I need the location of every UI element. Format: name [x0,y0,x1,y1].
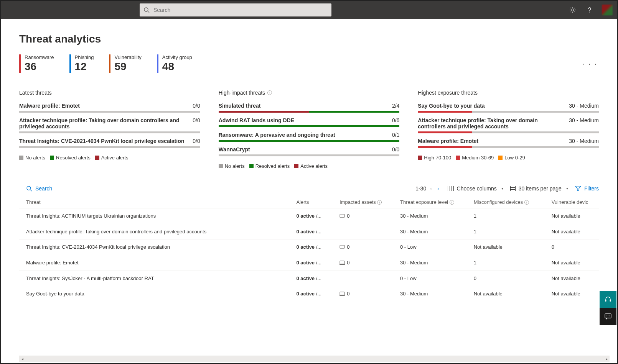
chat-button[interactable] [600,308,616,325]
info-icon[interactable]: i [267,90,272,95]
cell-assets: 0 [335,255,396,271]
panel-high-impact-threats: High-impact threats i Simulated threat2/… [219,84,400,169]
panel-title-exposure: Highest exposure threats [418,90,599,96]
progress-bar [219,125,400,127]
kpi-value: 12 [75,60,94,73]
kpi-activity-group[interactable]: Activity group48 [157,54,192,73]
threat-name: Attacker technique profile: Taking over … [418,117,563,130]
threat-row[interactable]: Say Goot-bye to your data30 - Medium [418,103,599,113]
threat-row[interactable]: Malware profile: Emotet30 - Medium [418,138,599,148]
legend-label: No alerts [25,155,45,161]
scroll-left-button[interactable]: ◂ [19,356,25,362]
legend-item: Medium 30-69 [456,155,494,161]
threat-row[interactable]: Attacker technique profile: Taking over … [418,117,599,133]
panel-latest-threats: Latest threats Malware profile: Emotet0/… [19,84,200,169]
info-icon[interactable]: i [377,200,382,205]
cell-exposure: 30 - Medium [396,208,469,224]
legend-item: Low 0-29 [498,155,525,161]
cell-assets: 0 [335,239,396,255]
legend-swatch [456,156,460,160]
threat-row[interactable]: Attacker technique profile: Taking over … [19,117,200,133]
pager-prev-button[interactable]: ‹ [428,185,433,192]
headset-icon [604,296,612,303]
column-header[interactable]: Vulnerable devic [547,196,599,208]
table-row[interactable]: Threat Insights: SysJoker - A multi-plat… [19,271,599,286]
cell-misconfigured: Not available [469,239,547,255]
threat-row[interactable]: Ransomware: A pervasive and ongoing thre… [219,132,400,142]
info-icon[interactable]: i [450,200,454,205]
table-row[interactable]: Say Goot-bye to your data 0 active /... … [19,286,599,300]
table-row[interactable]: Threat Insights: ACTINIUM targets Ukrain… [19,208,599,224]
info-icon[interactable]: i [524,200,529,205]
device-icon [339,261,345,265]
threat-name: Attacker technique profile: Taking over … [19,117,186,130]
chevron-down-icon: ▾ [501,186,503,190]
choose-columns-button[interactable]: Choose columns ▾ [448,185,503,192]
column-header[interactable]: Misconfigured devices i [469,196,547,208]
column-header[interactable]: Alerts [292,196,335,208]
kpi-ransomware[interactable]: Ransomware36 [19,54,54,73]
threat-name: WannaCrypt [219,146,386,152]
legend-item: Resolved alerts [50,155,91,161]
svg-rect-18 [340,292,344,295]
help-button[interactable] [585,5,594,15]
progress-bar [19,146,200,148]
filters-button[interactable]: Filters [575,185,599,192]
scroll-right-button[interactable]: ▸ [603,356,610,362]
progress-bar [418,131,599,133]
legend-item: High 70-100 [418,155,451,161]
svg-point-4 [27,186,31,190]
kpi-label: Activity group [162,54,192,60]
threats-table: ThreatAlertsImpacted assets iThreat expo… [19,196,599,208]
table-row[interactable]: Attacker technique profile: Taking over … [19,224,599,239]
settings-button[interactable] [568,5,577,15]
items-per-page-button[interactable]: 30 items per page ▾ [510,185,568,192]
cell-alerts: 0 active /... [292,286,335,300]
threat-row[interactable]: Adwind RAT lands using DDE0/6 [219,117,400,127]
cell-alerts: 0 active /... [292,255,335,271]
cell-exposure: 30 - Medium [396,224,469,239]
horizontal-scrollbar[interactable]: ◂ ▸ [19,356,610,362]
threat-value: 0/0 [193,138,200,144]
legend-item: No alerts [219,163,245,169]
feedback-button[interactable] [600,291,616,308]
progress-bar [219,140,400,142]
svg-rect-14 [340,245,344,248]
kpi-value: 36 [25,60,54,73]
global-search-input[interactable] [153,7,328,13]
user-avatar[interactable] [602,5,613,15]
legend-label: Active alerts [300,163,328,169]
legend-swatch [50,156,54,160]
kpi-phishing[interactable]: Phishing12 [69,54,94,73]
threat-row[interactable]: WannaCrypt0/0 [219,146,400,156]
device-icon [339,292,345,296]
threat-row[interactable]: Malware profile: Emotet0/0 [19,103,200,113]
panel-title-latest: Latest threats [19,90,200,96]
cell-exposure: 0 - Low [396,271,469,286]
legend-item: Active alerts [95,155,129,161]
progress-bar [19,111,200,113]
assets-count: 0 [347,291,349,297]
table-search-button[interactable]: Search [26,185,52,192]
global-search[interactable] [140,3,331,16]
cell-vulnerable: Not available [547,255,599,271]
threat-value: 30 - Medium [569,103,599,109]
legend-label: Active alerts [101,155,129,161]
filter-icon [575,186,581,191]
more-actions-button[interactable]: · · · [583,59,599,68]
column-header[interactable]: Threat exposure level i [396,196,469,208]
table-row[interactable]: Malware profile: Emotet 0 active /... 0 … [19,255,599,271]
threat-name: Simulated threat [219,103,386,109]
threat-row[interactable]: Threat Insights: CVE-2021-4034 PwnKit lo… [19,138,200,148]
chat-icon [604,313,612,320]
cell-threat: Attacker technique profile: Taking over … [19,224,292,239]
pager-next-button[interactable]: › [436,185,441,192]
svg-rect-21 [610,300,611,302]
cell-assets [335,271,396,286]
table-row[interactable]: Threat Insights: CVE-2021-4034 PwnKit lo… [19,239,599,255]
column-header[interactable]: Impacted assets i [335,196,396,208]
column-header[interactable]: Threat [19,196,292,208]
progress-bar [219,111,400,113]
threat-row[interactable]: Simulated threat2/4 [219,103,400,113]
kpi-vulnerability[interactable]: Vulnerability59 [109,54,141,73]
